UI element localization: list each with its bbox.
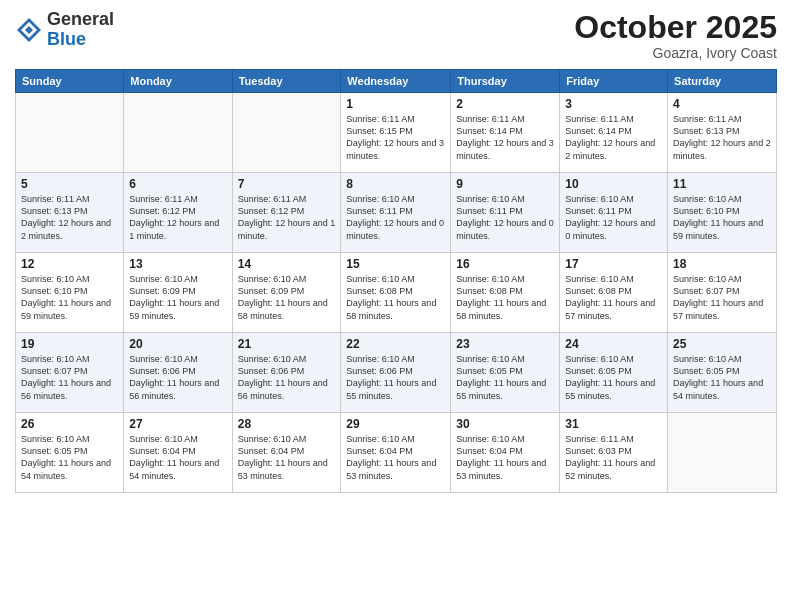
- calendar-cell: 18Sunrise: 6:10 AM Sunset: 6:07 PM Dayli…: [668, 253, 777, 333]
- calendar-cell: 4Sunrise: 6:11 AM Sunset: 6:13 PM Daylig…: [668, 93, 777, 173]
- calendar-cell: 22Sunrise: 6:10 AM Sunset: 6:06 PM Dayli…: [341, 333, 451, 413]
- calendar-cell: 2Sunrise: 6:11 AM Sunset: 6:14 PM Daylig…: [451, 93, 560, 173]
- day-number: 7: [238, 177, 336, 191]
- day-number: 19: [21, 337, 118, 351]
- day-info: Sunrise: 6:10 AM Sunset: 6:05 PM Dayligh…: [565, 353, 662, 402]
- calendar-cell: 11Sunrise: 6:10 AM Sunset: 6:10 PM Dayli…: [668, 173, 777, 253]
- calendar-cell: 30Sunrise: 6:10 AM Sunset: 6:04 PM Dayli…: [451, 413, 560, 493]
- day-info: Sunrise: 6:10 AM Sunset: 6:06 PM Dayligh…: [346, 353, 445, 402]
- logo: General Blue: [15, 10, 114, 50]
- calendar-cell: 13Sunrise: 6:10 AM Sunset: 6:09 PM Dayli…: [124, 253, 232, 333]
- day-number: 14: [238, 257, 336, 271]
- day-info: Sunrise: 6:11 AM Sunset: 6:15 PM Dayligh…: [346, 113, 445, 162]
- day-info: Sunrise: 6:11 AM Sunset: 6:14 PM Dayligh…: [565, 113, 662, 162]
- calendar-cell: 3Sunrise: 6:11 AM Sunset: 6:14 PM Daylig…: [560, 93, 668, 173]
- weekday-header: Sunday: [16, 70, 124, 93]
- weekday-header-row: SundayMondayTuesdayWednesdayThursdayFrid…: [16, 70, 777, 93]
- weekday-header: Monday: [124, 70, 232, 93]
- day-number: 18: [673, 257, 771, 271]
- calendar-cell: 14Sunrise: 6:10 AM Sunset: 6:09 PM Dayli…: [232, 253, 341, 333]
- calendar-cell: 25Sunrise: 6:10 AM Sunset: 6:05 PM Dayli…: [668, 333, 777, 413]
- calendar-week-row: 5Sunrise: 6:11 AM Sunset: 6:13 PM Daylig…: [16, 173, 777, 253]
- day-info: Sunrise: 6:10 AM Sunset: 6:05 PM Dayligh…: [456, 353, 554, 402]
- calendar-cell: 20Sunrise: 6:10 AM Sunset: 6:06 PM Dayli…: [124, 333, 232, 413]
- calendar-week-row: 19Sunrise: 6:10 AM Sunset: 6:07 PM Dayli…: [16, 333, 777, 413]
- day-number: 31: [565, 417, 662, 431]
- calendar-week-row: 1Sunrise: 6:11 AM Sunset: 6:15 PM Daylig…: [16, 93, 777, 173]
- day-info: Sunrise: 6:10 AM Sunset: 6:08 PM Dayligh…: [565, 273, 662, 322]
- page: General Blue October 2025 Goazra, Ivory …: [0, 0, 792, 612]
- day-number: 10: [565, 177, 662, 191]
- weekday-header: Saturday: [668, 70, 777, 93]
- logo-text: General Blue: [47, 10, 114, 50]
- day-info: Sunrise: 6:10 AM Sunset: 6:09 PM Dayligh…: [238, 273, 336, 322]
- calendar-cell: 7Sunrise: 6:11 AM Sunset: 6:12 PM Daylig…: [232, 173, 341, 253]
- day-info: Sunrise: 6:11 AM Sunset: 6:13 PM Dayligh…: [673, 113, 771, 162]
- day-info: Sunrise: 6:10 AM Sunset: 6:10 PM Dayligh…: [673, 193, 771, 242]
- day-number: 4: [673, 97, 771, 111]
- weekday-header: Tuesday: [232, 70, 341, 93]
- day-number: 27: [129, 417, 226, 431]
- calendar-cell: 9Sunrise: 6:10 AM Sunset: 6:11 PM Daylig…: [451, 173, 560, 253]
- day-number: 13: [129, 257, 226, 271]
- day-number: 21: [238, 337, 336, 351]
- day-info: Sunrise: 6:10 AM Sunset: 6:11 PM Dayligh…: [456, 193, 554, 242]
- day-info: Sunrise: 6:11 AM Sunset: 6:12 PM Dayligh…: [238, 193, 336, 242]
- day-number: 12: [21, 257, 118, 271]
- weekday-header: Friday: [560, 70, 668, 93]
- day-number: 6: [129, 177, 226, 191]
- weekday-header: Wednesday: [341, 70, 451, 93]
- day-info: Sunrise: 6:10 AM Sunset: 6:06 PM Dayligh…: [238, 353, 336, 402]
- day-info: Sunrise: 6:10 AM Sunset: 6:11 PM Dayligh…: [346, 193, 445, 242]
- day-info: Sunrise: 6:10 AM Sunset: 6:08 PM Dayligh…: [456, 273, 554, 322]
- calendar-cell: 8Sunrise: 6:10 AM Sunset: 6:11 PM Daylig…: [341, 173, 451, 253]
- location: Goazra, Ivory Coast: [574, 45, 777, 61]
- day-number: 23: [456, 337, 554, 351]
- calendar-table: SundayMondayTuesdayWednesdayThursdayFrid…: [15, 69, 777, 493]
- day-number: 20: [129, 337, 226, 351]
- day-number: 15: [346, 257, 445, 271]
- day-info: Sunrise: 6:10 AM Sunset: 6:10 PM Dayligh…: [21, 273, 118, 322]
- day-number: 22: [346, 337, 445, 351]
- weekday-header: Thursday: [451, 70, 560, 93]
- calendar-cell: 5Sunrise: 6:11 AM Sunset: 6:13 PM Daylig…: [16, 173, 124, 253]
- day-info: Sunrise: 6:10 AM Sunset: 6:06 PM Dayligh…: [129, 353, 226, 402]
- calendar-cell: 21Sunrise: 6:10 AM Sunset: 6:06 PM Dayli…: [232, 333, 341, 413]
- calendar-cell: 31Sunrise: 6:11 AM Sunset: 6:03 PM Dayli…: [560, 413, 668, 493]
- calendar-cell: 29Sunrise: 6:10 AM Sunset: 6:04 PM Dayli…: [341, 413, 451, 493]
- calendar-week-row: 26Sunrise: 6:10 AM Sunset: 6:05 PM Dayli…: [16, 413, 777, 493]
- calendar-cell: 6Sunrise: 6:11 AM Sunset: 6:12 PM Daylig…: [124, 173, 232, 253]
- day-info: Sunrise: 6:11 AM Sunset: 6:12 PM Dayligh…: [129, 193, 226, 242]
- calendar-cell: 15Sunrise: 6:10 AM Sunset: 6:08 PM Dayli…: [341, 253, 451, 333]
- day-info: Sunrise: 6:10 AM Sunset: 6:04 PM Dayligh…: [129, 433, 226, 482]
- day-info: Sunrise: 6:10 AM Sunset: 6:05 PM Dayligh…: [21, 433, 118, 482]
- day-info: Sunrise: 6:10 AM Sunset: 6:05 PM Dayligh…: [673, 353, 771, 402]
- calendar-cell: [668, 413, 777, 493]
- day-number: 28: [238, 417, 336, 431]
- calendar-cell: 23Sunrise: 6:10 AM Sunset: 6:05 PM Dayli…: [451, 333, 560, 413]
- calendar-cell: 1Sunrise: 6:11 AM Sunset: 6:15 PM Daylig…: [341, 93, 451, 173]
- calendar-cell: 24Sunrise: 6:10 AM Sunset: 6:05 PM Dayli…: [560, 333, 668, 413]
- calendar-cell: 17Sunrise: 6:10 AM Sunset: 6:08 PM Dayli…: [560, 253, 668, 333]
- day-info: Sunrise: 6:10 AM Sunset: 6:04 PM Dayligh…: [238, 433, 336, 482]
- day-info: Sunrise: 6:10 AM Sunset: 6:09 PM Dayligh…: [129, 273, 226, 322]
- day-number: 1: [346, 97, 445, 111]
- calendar-cell: 19Sunrise: 6:10 AM Sunset: 6:07 PM Dayli…: [16, 333, 124, 413]
- day-info: Sunrise: 6:10 AM Sunset: 6:08 PM Dayligh…: [346, 273, 445, 322]
- calendar-cell: 27Sunrise: 6:10 AM Sunset: 6:04 PM Dayli…: [124, 413, 232, 493]
- day-number: 5: [21, 177, 118, 191]
- day-number: 2: [456, 97, 554, 111]
- day-number: 11: [673, 177, 771, 191]
- day-info: Sunrise: 6:10 AM Sunset: 6:04 PM Dayligh…: [346, 433, 445, 482]
- calendar-cell: [232, 93, 341, 173]
- logo-icon: [15, 16, 43, 44]
- day-info: Sunrise: 6:11 AM Sunset: 6:13 PM Dayligh…: [21, 193, 118, 242]
- day-info: Sunrise: 6:10 AM Sunset: 6:11 PM Dayligh…: [565, 193, 662, 242]
- day-number: 8: [346, 177, 445, 191]
- day-number: 30: [456, 417, 554, 431]
- calendar-cell: 28Sunrise: 6:10 AM Sunset: 6:04 PM Dayli…: [232, 413, 341, 493]
- calendar-cell: [124, 93, 232, 173]
- calendar-cell: 16Sunrise: 6:10 AM Sunset: 6:08 PM Dayli…: [451, 253, 560, 333]
- calendar-cell: 26Sunrise: 6:10 AM Sunset: 6:05 PM Dayli…: [16, 413, 124, 493]
- day-number: 17: [565, 257, 662, 271]
